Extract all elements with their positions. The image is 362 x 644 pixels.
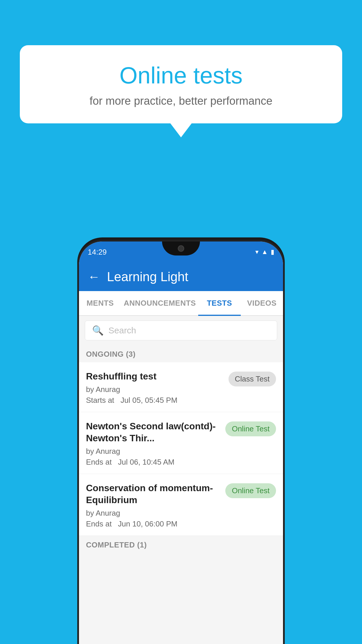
completed-label: COMPLETED (1) bbox=[86, 540, 147, 549]
status-bar: 14:29 ▾ ▲ ▮ bbox=[79, 242, 283, 262]
test-time-value: Jun 10, 06:00 PM bbox=[118, 519, 178, 528]
tab-ments[interactable]: MENTS bbox=[79, 291, 121, 315]
search-placeholder: Search bbox=[108, 326, 136, 335]
test-time: Ends at Jul 06, 10:45 AM bbox=[86, 458, 221, 467]
back-button[interactable]: ← bbox=[88, 270, 100, 284]
test-info: Newton's Second law(contd)-Newton's Thir… bbox=[86, 420, 221, 467]
camera bbox=[178, 245, 184, 252]
test-time-value: Jul 06, 10:45 AM bbox=[118, 458, 175, 466]
tab-tests[interactable]: TESTS bbox=[198, 291, 240, 315]
search-bar-container: 🔍 Search bbox=[79, 316, 283, 345]
test-badge: Online Test bbox=[225, 483, 276, 498]
search-icon: 🔍 bbox=[92, 325, 104, 336]
completed-section-header: COMPLETED (1) bbox=[79, 536, 283, 553]
ongoing-section-header: ONGOING (3) bbox=[79, 345, 283, 362]
ongoing-label: ONGOING (3) bbox=[86, 350, 136, 358]
test-item[interactable]: Newton's Second law(contd)-Newton's Thir… bbox=[79, 412, 283, 474]
test-time-label: Ends at bbox=[86, 519, 112, 528]
test-time: Starts at Jul 05, 05:45 PM bbox=[86, 396, 224, 405]
search-bar[interactable]: 🔍 Search bbox=[85, 321, 277, 340]
tab-announcements[interactable]: ANNOUNCEMENTS bbox=[121, 291, 198, 315]
test-name: Newton's Second law(contd)-Newton's Thir… bbox=[86, 420, 221, 444]
tabs-bar: MENTS ANNOUNCEMENTS TESTS VIDEOS bbox=[79, 291, 283, 316]
promo-title: Online tests bbox=[34, 63, 328, 88]
test-time-value: Jul 05, 05:45 PM bbox=[121, 396, 178, 405]
promo-card: Online tests for more practice, better p… bbox=[20, 45, 342, 123]
test-info: Reshuffling test by Anurag Starts at Jul… bbox=[86, 370, 224, 405]
test-time: Ends at Jun 10, 06:00 PM bbox=[86, 519, 221, 528]
test-info: Conservation of momentum-Equilibrium by … bbox=[86, 482, 221, 528]
app-title: Learning Light bbox=[107, 270, 188, 284]
test-author: by Anurag bbox=[86, 447, 221, 456]
test-author: by Anurag bbox=[86, 509, 221, 518]
battery-icon: ▮ bbox=[271, 248, 274, 256]
app-bar: ← Learning Light bbox=[79, 262, 283, 291]
test-author: by Anurag bbox=[86, 385, 224, 394]
test-time-label: Ends at bbox=[86, 458, 112, 466]
test-name: Reshuffling test bbox=[86, 370, 224, 383]
test-badge: Online Test bbox=[225, 421, 276, 436]
status-icons: ▾ ▲ ▮ bbox=[255, 248, 274, 256]
status-time: 14:29 bbox=[88, 248, 107, 257]
test-item[interactable]: Conservation of momentum-Equilibrium by … bbox=[79, 474, 283, 536]
tab-videos[interactable]: VIDEOS bbox=[241, 291, 283, 315]
test-list: Reshuffling test by Anurag Starts at Jul… bbox=[79, 362, 283, 536]
test-item[interactable]: Reshuffling test by Anurag Starts at Jul… bbox=[79, 362, 283, 412]
phone-frame: 14:29 ▾ ▲ ▮ ← Learning Light MENTS ANNOU… bbox=[79, 242, 283, 644]
test-badge: Class Test bbox=[229, 372, 276, 386]
promo-subtitle: for more practice, better performance bbox=[34, 95, 328, 107]
test-time-label: Starts at bbox=[86, 396, 114, 405]
phone-notch bbox=[162, 242, 200, 256]
wifi-icon: ▾ bbox=[255, 248, 259, 256]
phone-screen: 14:29 ▾ ▲ ▮ ← Learning Light MENTS ANNOU… bbox=[79, 242, 283, 644]
signal-icon: ▲ bbox=[261, 248, 268, 256]
test-name: Conservation of momentum-Equilibrium bbox=[86, 482, 221, 506]
